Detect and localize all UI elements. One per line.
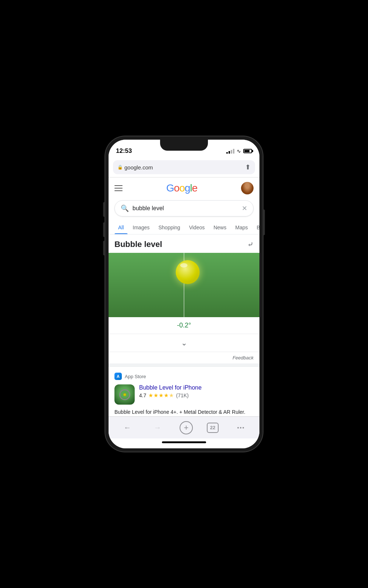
forward-arrow-icon: → [154,423,161,432]
app-store-badge: A App Store [114,373,254,380]
home-indicator-bar [162,441,206,443]
expand-button[interactable]: ⌄ [109,334,259,352]
avatar[interactable] [241,182,254,194]
battery-fill [244,150,250,152]
bubble-level-visualization[interactable] [109,253,259,317]
bubble-level-title: Bubble level [114,240,162,249]
feedback-link[interactable]: Feedback [109,352,259,366]
address-bar-wrapper: 🔒 google.com ⬆ [109,158,259,178]
ellipsis-dot [243,427,244,429]
back-arrow-icon: ← [124,423,131,432]
app-store-card: A App Store Bubble Level for iPhone 4.7 [109,367,259,416]
clear-search-button[interactable]: ✕ [242,204,247,212]
tab-videos[interactable]: Videos [185,221,209,234]
phone-screen: 12:53 ∿ 🔒 google.com [109,140,259,448]
tab-shopping[interactable]: Shopping [155,221,184,234]
bubble-level-result-card: Bubble level ⤶ -0.2° [109,234,259,367]
new-tab-button[interactable]: + [180,421,193,434]
search-query: bubble level [132,205,238,212]
scroll-content: Google 🔍 bubble level ✕ All Images Shopp… [109,178,259,416]
ellipsis-dot [240,427,241,429]
phone-frame: 12:53 ∿ 🔒 google.com [105,136,263,452]
app-description: Bubble Level for iPhone 4+. + Metal Dete… [114,408,254,416]
ellipsis-dot [237,427,239,429]
tab-news[interactable]: News [210,221,230,234]
app-rating-row: 4.7 ★ ★ ★ ★ ★ (71K) [139,392,254,399]
google-logo: Google [166,182,197,194]
signal-bars-icon [226,149,234,154]
app-icon [114,384,135,405]
search-box[interactable]: 🔍 bubble level ✕ [114,200,254,216]
lock-icon: 🔒 [117,165,123,170]
tab-all[interactable]: All [114,221,128,234]
rating-count: (71K) [176,392,188,398]
rating-number: 4.7 [139,392,146,398]
bubble-indicator [176,260,200,284]
search-tabs-row: All Images Shopping Videos News Maps B [109,221,259,234]
avatar-image [241,182,254,194]
app-store-icon: A [114,373,122,380]
notch [160,140,208,151]
url-display: google.com [124,164,153,171]
google-header: Google [109,178,259,199]
tab-maps[interactable]: Maps [231,221,251,234]
share-button[interactable]: ⬆ [245,163,251,171]
more-options-button[interactable] [233,420,249,436]
status-icons: ∿ [226,148,252,154]
app-name[interactable]: Bubble Level for iPhone [139,384,254,391]
forward-button[interactable]: → [149,420,166,436]
chevron-down-icon: ⌄ [181,339,187,347]
bubble-level-header: Bubble level ⤶ [109,234,259,253]
hamburger-menu-button[interactable] [114,185,123,191]
address-text: 🔒 google.com [117,164,153,171]
app-item: Bubble Level for iPhone 4.7 ★ ★ ★ ★ ★ (7… [114,384,254,405]
angle-display: -0.2° [109,317,259,334]
home-indicator-area [109,438,259,448]
tabs-count-button[interactable]: 22 [207,423,219,433]
search-icon: 🔍 [121,204,129,212]
app-store-label: App Store [125,374,146,379]
star-rating: ★ ★ ★ ★ ★ [148,392,174,399]
tabs-count-label: 22 [210,425,215,430]
status-time: 12:53 [116,147,132,155]
battery-icon [243,149,252,153]
wifi-icon: ∿ [237,148,241,154]
back-button[interactable]: ← [119,420,135,436]
address-bar[interactable]: 🔒 google.com ⬆ [113,160,255,174]
tab-images[interactable]: Images [129,221,153,234]
tab-more[interactable]: B [253,221,259,234]
app-icon-bubble [119,389,130,400]
bottom-navigation: ← → + 22 [109,416,259,438]
plus-icon: + [184,423,189,433]
app-info: Bubble Level for iPhone 4.7 ★ ★ ★ ★ ★ (7… [139,384,254,405]
share-result-button[interactable]: ⤶ [247,240,254,249]
